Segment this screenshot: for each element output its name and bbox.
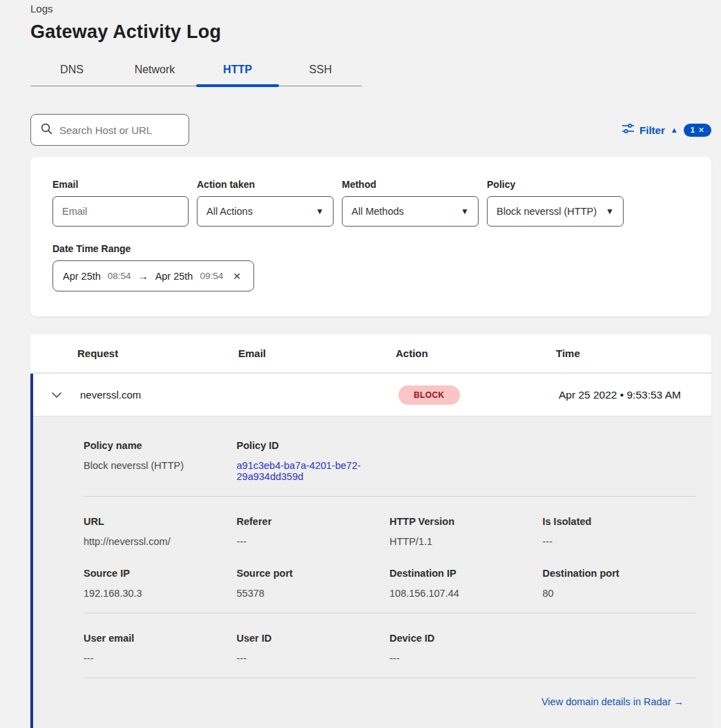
is-isolated-label: Is Isolated [543,516,696,527]
policy-id-field: Policy ID a91c3eb4-ba7a-4201-be72-29a934… [237,440,390,482]
user-section: User email --- User ID --- Device ID --- [84,633,695,664]
clear-filters-icon[interactable]: ✕ [698,126,704,135]
start-time: 08:54 [108,271,131,281]
divider [84,678,695,678]
url-section: URL http://neverssl.com/ Referer --- HTT… [84,516,695,547]
policy-select[interactable]: Block neverssl (HTTP) ▼ [487,196,624,227]
destination-port-value: 80 [543,588,696,599]
http-version-field: HTTP Version HTTP/1.1 [390,516,543,547]
source-port-field: Source port 55378 [237,568,390,599]
policy-name-field: Policy name Block neverssl (HTTP) [84,440,237,482]
end-time: 09:54 [200,271,223,281]
user-email-label: User email [84,633,237,644]
divider [84,613,695,613]
arrow-right-icon: → [138,270,148,282]
action-taken-field: Action taken All Actions ▼ [197,179,334,227]
email-filter-label: Email [52,179,189,190]
collapse-row-chevron-icon[interactable] [33,392,80,399]
end-date: Apr 25th [155,271,193,282]
chevron-down-icon: ▼ [316,207,324,216]
filter-panel: Email Action taken All Actions ▼ Method … [30,157,711,316]
filter-controls: Filter ▲ 1 ✕ [622,124,711,137]
column-header-email: Email [238,347,396,359]
user-email-value: --- [84,653,237,664]
block-status-badge: BLOCK [398,385,460,405]
is-isolated-value: --- [543,536,696,547]
radar-details-link[interactable]: View domain details in Radar → [541,696,684,707]
tab-network[interactable]: Network [113,58,196,86]
search-filter-row: Filter ▲ 1 ✕ [30,114,711,146]
url-field: URL http://neverssl.com/ [84,516,237,547]
policy-value: Block neverssl (HTTP) [497,206,597,217]
tab-http[interactable]: HTTP [196,58,279,86]
search-input[interactable] [59,124,179,136]
source-ip-field: Source IP 192.168.30.3 [84,568,237,599]
search-box [30,114,189,146]
referer-field: Referer --- [237,516,390,547]
date-range-picker[interactable]: Apr 25th 08:54 → Apr 25th 09:54 ✕ [52,260,254,291]
source-ip-value: 192.168.30.3 [84,588,237,599]
divider [84,496,695,497]
is-isolated-field: Is Isolated --- [543,516,696,547]
policy-id-link[interactable]: a91c3eb4-ba7a-4201-be72-29a934dd359d [237,460,368,482]
http-version-value: HTTP/1.1 [390,536,543,547]
log-type-tabs: DNS Network HTTP SSH [30,58,362,86]
policy-field: Policy Block neverssl (HTTP) ▼ [487,179,624,227]
action-taken-value: All Actions [206,206,253,217]
filter-button[interactable]: Filter [640,124,665,136]
destination-ip-label: Destination IP [390,568,543,579]
active-filter-count-badge[interactable]: 1 ✕ [684,124,711,137]
search-icon [41,123,52,137]
tab-ssh[interactable]: SSH [279,58,362,86]
table-row[interactable]: neverssl.com BLOCK Apr 25 2022 • 9:53:53… [33,374,711,416]
device-id-value: --- [390,653,543,664]
http-version-label: HTTP Version [390,516,543,527]
action-cell: BLOCK [398,385,559,405]
chevron-down-icon: ▼ [461,207,469,216]
method-field: Method All Methods ▼ [342,179,479,227]
page-content: Logs Gateway Activity Log DNS Network HT… [0,0,721,728]
destination-ip-value: 108.156.107.44 [390,588,543,599]
filter-count: 1 [691,126,695,134]
column-header-time: Time [556,347,711,359]
network-section: Source IP 192.168.30.3 Source port 55378… [84,568,695,599]
source-port-label: Source port [237,568,390,579]
url-label: URL [84,516,237,527]
destination-ip-field: Destination IP 108.156.107.44 [390,568,543,599]
request-detail-panel: Policy name Block neverssl (HTTP) Policy… [33,416,711,728]
date-range-label: Date Time Range [52,243,689,254]
email-filter-input[interactable] [62,206,179,217]
referer-value: --- [237,536,390,547]
action-taken-label: Action taken [197,179,334,190]
policy-name-value: Block neverssl (HTTP) [84,460,237,471]
referer-label: Referer [237,516,390,527]
user-id-label: User ID [237,633,390,644]
action-taken-select[interactable]: All Actions ▼ [197,196,334,227]
expanded-row-container: neverssl.com BLOCK Apr 25 2022 • 9:53:53… [30,374,711,728]
method-value: All Methods [352,206,404,217]
device-id-field: Device ID --- [390,633,543,664]
user-email-field: User email --- [84,633,237,664]
collapse-filters-icon[interactable]: ▲ [671,126,678,134]
column-header-action: Action [396,347,556,359]
table-header: Request Email Action Time [30,334,711,374]
device-id-label: Device ID [390,633,543,644]
filter-sliders-icon[interactable] [622,124,634,137]
method-select[interactable]: All Methods ▼ [342,196,479,227]
radar-link-row: View domain details in Radar → [84,696,695,707]
email-filter-field: Email [52,179,189,227]
chevron-down-icon: ▼ [606,207,614,216]
policy-id-label: Policy ID [237,440,390,451]
url-value: http://neverssl.com/ [84,536,237,547]
email-filter-box [52,196,189,227]
policy-label: Policy [487,179,624,190]
page-title: Gateway Activity Log [30,21,711,43]
time-cell: Apr 25 2022 • 9:53:53 AM [559,389,711,401]
tab-dns[interactable]: DNS [30,58,113,86]
source-ip-label: Source IP [84,568,237,579]
policy-section: Policy name Block neverssl (HTTP) Policy… [84,440,695,482]
destination-port-field: Destination port 80 [543,568,696,599]
clear-date-range-icon[interactable]: ✕ [233,271,241,282]
destination-port-label: Destination port [543,568,696,579]
breadcrumb: Logs [30,0,711,15]
